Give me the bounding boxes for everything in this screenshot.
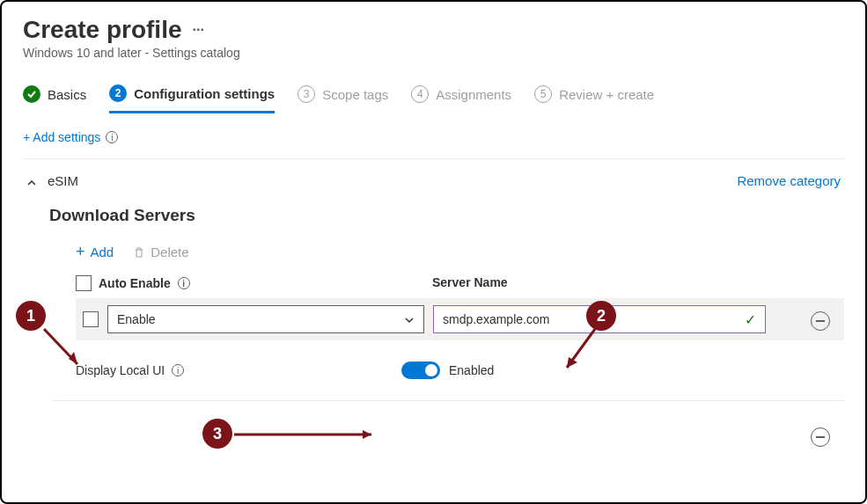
select-all-checkbox[interactable] — [76, 275, 92, 291]
server-row: Enable smdp.example.com ✓ — [76, 298, 844, 340]
section-name: eSIM — [48, 173, 78, 188]
trash-icon — [133, 246, 145, 259]
divider — [53, 400, 844, 401]
step-configuration-settings[interactable]: 2 Configuration settings — [109, 84, 275, 113]
subsection-title: Download Servers — [49, 206, 844, 225]
column-server-name: Server Name — [432, 275, 508, 291]
step-basics[interactable]: Basics — [23, 85, 86, 112]
display-local-ui-label: Display Local UI — [76, 363, 165, 377]
add-button[interactable]: + Add — [76, 243, 114, 261]
remove-category-link[interactable]: Remove category — [737, 173, 841, 188]
step-label: Basics — [48, 87, 86, 102]
collapse-local-ui-button[interactable] — [811, 427, 830, 447]
info-icon[interactable]: i — [178, 277, 190, 289]
auto-enable-dropdown[interactable]: Enable — [107, 305, 424, 333]
toggle-state: Enabled — [449, 363, 494, 377]
step-number: 5 — [534, 85, 552, 103]
wizard-steps: Basics 2 Configuration settings 3 Scope … — [23, 84, 844, 113]
add-settings-link[interactable]: + Add settings — [23, 130, 100, 144]
chevron-up-icon — [26, 176, 37, 186]
step-review-create[interactable]: 5 Review + create — [534, 85, 654, 112]
chevron-down-icon — [404, 314, 415, 325]
info-icon[interactable]: i — [172, 364, 184, 376]
server-name-input[interactable]: smdp.example.com ✓ — [433, 305, 766, 333]
annotation-3: 3 — [202, 419, 232, 449]
title-text: Create profile — [23, 16, 182, 44]
toggle-knob — [425, 364, 437, 376]
step-label: Review + create — [559, 87, 654, 102]
step-label: Scope tags — [322, 87, 388, 102]
check-icon — [23, 85, 40, 103]
delete-label: Delete — [151, 245, 188, 259]
collapse-servers-button[interactable] — [811, 311, 830, 331]
plus-icon: + — [76, 243, 85, 261]
server-name-value: smdp.example.com — [443, 312, 549, 326]
step-assignments[interactable]: 4 Assignments — [411, 85, 511, 112]
delete-button: Delete — [133, 245, 188, 259]
valid-check-icon: ✓ — [745, 311, 756, 328]
annotation-arrow-3 — [232, 427, 382, 445]
page-title: Create profile ··· — [23, 16, 844, 44]
divider — [23, 158, 844, 159]
display-local-ui-toggle[interactable] — [401, 362, 440, 379]
step-label: Assignments — [436, 87, 511, 102]
step-number: 4 — [411, 85, 429, 103]
more-icon[interactable]: ··· — [193, 22, 204, 38]
step-number: 2 — [109, 84, 127, 102]
page-subtitle: Windows 10 and later - Settings catalog — [23, 46, 844, 60]
step-label: Configuration settings — [134, 86, 275, 101]
row-checkbox[interactable] — [83, 311, 99, 327]
step-number: 3 — [298, 85, 315, 103]
column-auto-enable: Auto Enable — [99, 276, 171, 290]
step-scope-tags[interactable]: 3 Scope tags — [298, 85, 388, 112]
add-label: Add — [91, 245, 114, 259]
dropdown-value: Enable — [117, 312, 156, 326]
section-toggle-esim[interactable]: eSIM — [26, 173, 78, 188]
svg-marker-5 — [363, 430, 371, 439]
info-icon[interactable]: i — [106, 131, 118, 143]
